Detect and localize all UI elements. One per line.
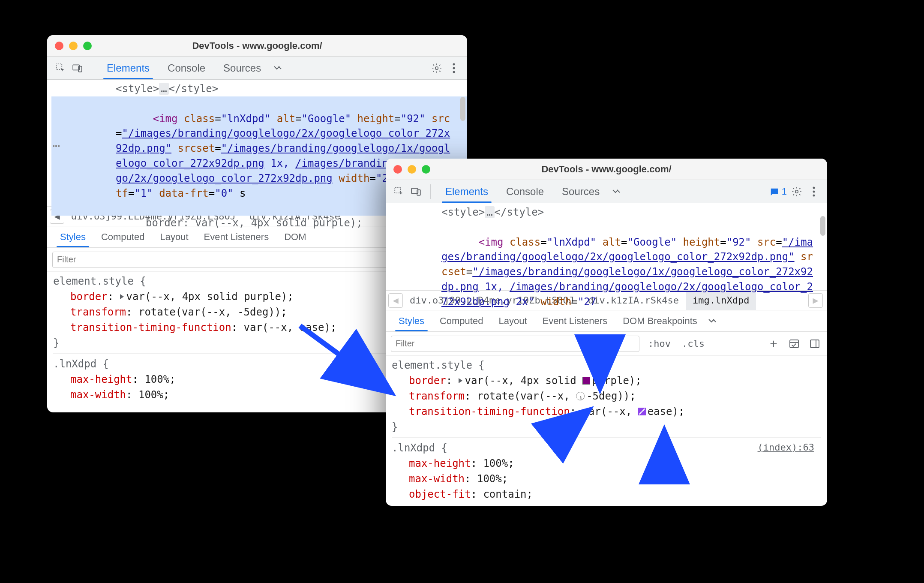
tab-sources[interactable]: Sources [554,180,607,203]
subtab-event-listeners[interactable]: Event Listeners [536,310,615,331]
window-title: DevTools - www.google.com/ [386,164,827,175]
svg-point-6 [453,71,455,73]
styles-sidebar-icon[interactable] [787,337,801,351]
dom-line[interactable]: <style>…</style> [51,81,467,96]
subtab-event-listeners[interactable]: Event Listeners [197,226,276,247]
svg-point-3 [435,66,438,69]
rule-brace: } [392,419,821,435]
titlebar: DevTools - www.google.com/ [386,159,827,180]
devtools-toolbar: Elements Console Sources 1 [386,180,827,203]
more-tabs-icon[interactable] [271,61,286,75]
css-property[interactable]: transition-timing-function: var(--x, eas… [392,404,821,419]
subtab-computed[interactable]: Computed [94,226,152,247]
css-property[interactable]: transform: rotate(var(--x, -5deg)); [392,388,821,404]
hov-toggle[interactable]: :hov [645,338,673,349]
subtab-layout[interactable]: Layout [153,226,195,247]
settings-icon[interactable] [789,184,804,199]
subtab-layout[interactable]: Layout [492,310,534,331]
dom-line[interactable]: <style>…</style> [390,205,827,220]
styles-panel[interactable]: element.style { border: var(--x, 4px sol… [386,356,827,506]
expand-ellipsis-icon[interactable]: ⋯ [52,136,60,155]
styles-filter-input[interactable] [391,336,639,352]
subtab-styles[interactable]: Styles [392,310,431,331]
svg-point-4 [453,63,455,65]
styles-filter-input[interactable] [52,252,394,268]
tab-sources[interactable]: Sources [216,57,269,79]
kebab-menu-icon[interactable] [807,184,821,199]
svg-rect-0 [56,64,62,69]
angle-swatch-icon[interactable] [576,392,585,400]
css-property[interactable]: max-height: 100%; [392,456,821,471]
svg-rect-9 [417,189,420,195]
scrollbar-thumb[interactable] [460,97,465,121]
color-swatch-icon[interactable] [582,377,590,385]
css-property[interactable]: max-width: 100%; [392,471,821,487]
subtab-dom-breakpoints[interactable]: DOM Breakpoints [616,310,704,331]
styles-filterbar: :hov .cls [386,332,827,356]
window-title: DevTools - www.google.com/ [47,40,467,51]
subtab-dom-breakpoints[interactable]: DOM [277,226,313,247]
dom-panel[interactable]: <style>…</style> <img class="lnXdpd" alt… [386,203,827,291]
tab-console[interactable]: Console [160,57,213,79]
cls-toggle[interactable]: .cls [679,338,707,349]
dom-node[interactable]: <img class="lnXdpd" alt="Google" height=… [390,220,827,325]
tab-console[interactable]: Console [498,180,552,203]
bezier-swatch-icon[interactable] [638,408,646,415]
titlebar: DevTools - www.google.com/ [47,35,467,57]
svg-point-13 [813,194,815,196]
tab-elements[interactable]: Elements [438,180,496,203]
rule-selector[interactable]: .lnXdpd { [392,440,821,456]
inspect-icon[interactable] [392,184,406,199]
inspect-icon[interactable] [53,61,68,75]
svg-point-5 [453,67,455,69]
tab-elements[interactable]: Elements [99,57,157,79]
rule-selector[interactable]: element.style { [392,358,821,373]
rule-source-link[interactable]: (index):63 [758,440,814,454]
issues-counter[interactable]: 1 [770,186,787,197]
subtab-computed[interactable]: Computed [433,310,490,331]
scrollbar-thumb[interactable] [820,216,825,236]
svg-point-12 [813,190,815,192]
kebab-menu-icon[interactable] [447,61,461,75]
svg-point-10 [795,190,798,193]
devtools-toolbar: Elements Console Sources [47,57,467,80]
css-property[interactable]: border: var(--x, 4px solid purple); [392,373,821,388]
device-toolbar-icon[interactable] [70,61,85,75]
settings-icon[interactable] [429,61,444,75]
more-tabs-icon[interactable] [610,184,624,199]
devtools-window-b: DevTools - www.google.com/ Elements Cons… [386,159,827,506]
svg-point-11 [813,186,815,189]
issues-count: 1 [782,186,787,197]
svg-rect-7 [395,187,400,193]
computed-sidebar-icon[interactable] [807,337,822,351]
svg-rect-14 [790,340,798,348]
svg-rect-15 [810,340,819,348]
new-style-rule-icon[interactable] [766,337,781,351]
expand-shorthand-icon[interactable] [120,294,124,299]
expand-shorthand-icon[interactable] [459,378,462,383]
css-property[interactable]: object-fit: contain; [392,487,821,502]
svg-rect-2 [78,66,82,72]
subtab-styles[interactable]: Styles [53,226,93,247]
device-toolbar-icon[interactable] [409,184,423,199]
